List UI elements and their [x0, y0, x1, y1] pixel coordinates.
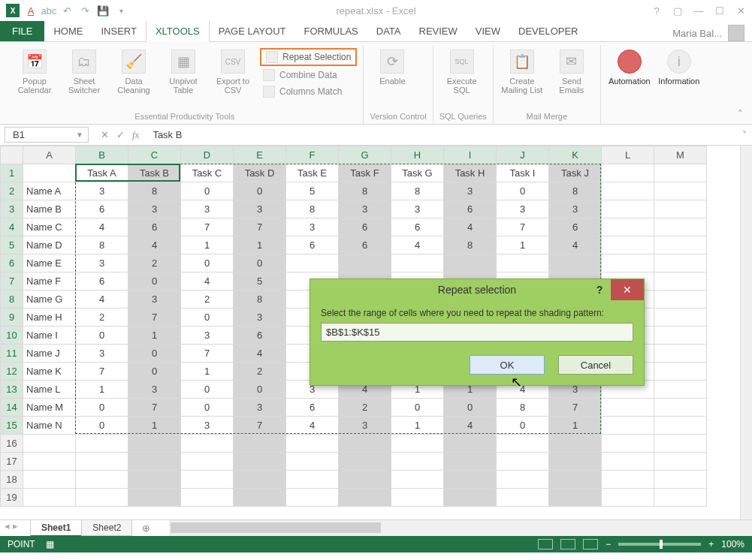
- cell[interactable]: 1: [181, 363, 234, 381]
- cell[interactable]: Name J: [23, 345, 76, 363]
- cell[interactable]: 0: [234, 381, 286, 399]
- cell[interactable]: 6: [339, 218, 391, 236]
- cell[interactable]: 0: [181, 254, 234, 272]
- cell[interactable]: [602, 417, 654, 435]
- cell[interactable]: 0: [181, 309, 234, 327]
- enter-formula-icon[interactable]: ✓: [116, 129, 125, 140]
- data-cleaning-button[interactable]: 🧹Data Cleaning: [111, 47, 156, 99]
- redo-icon[interactable]: ↷: [78, 4, 92, 17]
- cell[interactable]: Name G: [23, 291, 76, 309]
- minimize-icon[interactable]: —: [692, 5, 705, 17]
- zoom-out-icon[interactable]: −: [606, 539, 611, 549]
- column-header[interactable]: I: [444, 146, 497, 164]
- cell[interactable]: [339, 453, 391, 471]
- cell[interactable]: 0: [181, 399, 234, 417]
- cell[interactable]: [339, 489, 391, 507]
- tab-developer[interactable]: DEVELOPER: [509, 21, 587, 41]
- row-header[interactable]: 15: [1, 417, 23, 435]
- cell[interactable]: 0: [234, 254, 286, 272]
- user-avatar-icon[interactable]: [728, 25, 744, 41]
- cell[interactable]: 3: [76, 254, 128, 272]
- cell[interactable]: Task B: [128, 164, 181, 182]
- cell[interactable]: [654, 399, 707, 417]
- cell[interactable]: 4: [444, 417, 497, 435]
- ok-button[interactable]: OK: [470, 355, 545, 375]
- cell[interactable]: 7: [128, 309, 181, 327]
- page-layout-view-icon[interactable]: [560, 539, 575, 549]
- cell[interactable]: [23, 471, 76, 489]
- cell[interactable]: [128, 471, 181, 489]
- row-header[interactable]: 16: [1, 435, 23, 453]
- cell[interactable]: [497, 435, 549, 453]
- row-header[interactable]: 10: [1, 327, 23, 345]
- cell[interactable]: 4: [391, 236, 444, 254]
- cell[interactable]: [602, 435, 654, 453]
- sheet-prev-icon[interactable]: ◂: [5, 520, 10, 531]
- cell[interactable]: Name M: [23, 399, 76, 417]
- cell[interactable]: [181, 489, 234, 507]
- column-header[interactable]: B: [76, 146, 128, 164]
- cell[interactable]: 3: [181, 417, 234, 435]
- cell[interactable]: 1: [391, 417, 444, 435]
- cell[interactable]: [654, 327, 707, 345]
- cell[interactable]: Task H: [444, 164, 497, 182]
- zoom-level[interactable]: 100%: [721, 539, 744, 549]
- cell[interactable]: [339, 254, 391, 272]
- cell[interactable]: [444, 254, 497, 272]
- cell[interactable]: 8: [497, 399, 549, 417]
- sheet-tab-2[interactable]: Sheet2: [81, 520, 132, 536]
- cell[interactable]: [391, 471, 444, 489]
- cell[interactable]: [76, 489, 128, 507]
- row-header[interactable]: 7: [1, 272, 23, 291]
- cell[interactable]: 2: [339, 399, 391, 417]
- cell[interactable]: [654, 309, 707, 327]
- cell[interactable]: Task D: [234, 164, 286, 182]
- row-header[interactable]: 19: [1, 489, 23, 507]
- cell[interactable]: [602, 236, 654, 254]
- column-header[interactable]: D: [181, 146, 234, 164]
- column-header[interactable]: G: [339, 146, 391, 164]
- row-header[interactable]: 4: [1, 218, 23, 236]
- cell[interactable]: [654, 435, 707, 453]
- cell[interactable]: 3: [128, 291, 181, 309]
- cell[interactable]: 6: [391, 218, 444, 236]
- cell[interactable]: 3: [339, 200, 391, 218]
- cancel-formula-icon[interactable]: ✕: [101, 129, 109, 140]
- cell[interactable]: [602, 254, 654, 272]
- cell[interactable]: 1: [76, 381, 128, 399]
- row-header[interactable]: 18: [1, 471, 23, 489]
- name-box[interactable]: B1 ▼: [5, 127, 89, 143]
- cell[interactable]: 6: [234, 327, 286, 345]
- cell[interactable]: 0: [76, 327, 128, 345]
- row-header[interactable]: 9: [1, 309, 23, 327]
- cell[interactable]: Name E: [23, 254, 76, 272]
- normal-view-icon[interactable]: [538, 539, 553, 549]
- cell[interactable]: 4: [549, 236, 602, 254]
- cell[interactable]: 4: [234, 345, 286, 363]
- fx-icon[interactable]: fx: [132, 129, 139, 141]
- cell[interactable]: Name K: [23, 363, 76, 381]
- cell[interactable]: [181, 471, 234, 489]
- cell[interactable]: 7: [181, 345, 234, 363]
- cell[interactable]: [654, 345, 707, 363]
- popup-calendar-button[interactable]: 📅Popup Calendar: [12, 47, 57, 99]
- macro-record-icon[interactable]: ▦: [46, 539, 54, 549]
- enable-button[interactable]: ⟳Enable: [370, 47, 415, 86]
- cell[interactable]: 0: [181, 381, 234, 399]
- cell[interactable]: Name I: [23, 327, 76, 345]
- cell[interactable]: [391, 254, 444, 272]
- cell[interactable]: 4: [181, 272, 234, 291]
- cell[interactable]: Task C: [181, 164, 234, 182]
- cell[interactable]: [602, 471, 654, 489]
- cell[interactable]: [654, 363, 707, 381]
- font-color-icon[interactable]: A: [24, 4, 38, 17]
- cell[interactable]: 8: [549, 182, 602, 200]
- cell[interactable]: [391, 489, 444, 507]
- cell[interactable]: [654, 218, 707, 236]
- unpivot-table-button[interactable]: ▦Unpivot Table: [161, 47, 206, 99]
- cell[interactable]: 3: [234, 399, 286, 417]
- cell[interactable]: [234, 471, 286, 489]
- cell[interactable]: 1: [497, 236, 549, 254]
- automation-button[interactable]: Automation: [607, 47, 652, 86]
- row-header[interactable]: 3: [1, 200, 23, 218]
